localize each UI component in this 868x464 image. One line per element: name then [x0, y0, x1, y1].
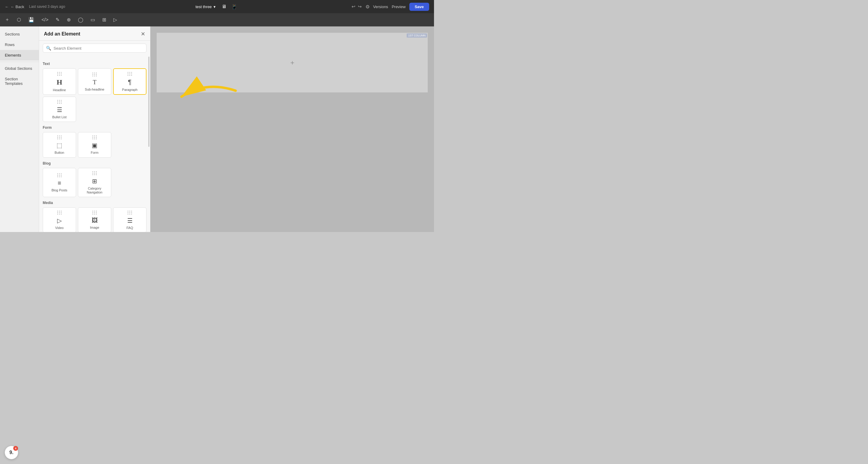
media-section-label: Media [43, 201, 147, 205]
bullet-list-element[interactable]: ☰ Bullet List [43, 96, 76, 122]
paragraph-element[interactable]: ¶ Paragraph [113, 68, 147, 95]
headline-label: Headline [53, 88, 66, 92]
back-label: ← Back [10, 4, 24, 9]
sub-headline-dots [92, 72, 97, 77]
bullet-list-icon: ☰ [57, 106, 62, 113]
sidebar-item-sections[interactable]: Sections [0, 29, 39, 39]
headline-element[interactable]: H Headline [43, 68, 76, 95]
media-elements-grid: ▷ Video 🖼 Image [43, 207, 147, 232]
form-icon: ▣ [92, 142, 97, 149]
text-section-label: Text [43, 62, 147, 66]
bullet-list-dots [57, 100, 62, 104]
form-section-label: Form [43, 125, 147, 130]
text-elements-grid: H Headline T Sub-headline [43, 68, 147, 122]
back-button[interactable]: ← ← Back [5, 4, 24, 9]
page-name: test three [195, 4, 212, 9]
sidebar: Sections Rows Elements Global Sections S… [0, 27, 39, 232]
media-icon[interactable]: ▷ [112, 16, 118, 24]
page-name-button[interactable]: test three ▾ [195, 4, 216, 9]
blog-posts-label: Blog Posts [52, 188, 67, 192]
add-row-button[interactable]: ＋ [289, 58, 296, 67]
image-element[interactable]: 🖼 Image [78, 207, 111, 232]
sidebar-divider [0, 62, 39, 62]
sub-headline-icon: T [93, 79, 96, 86]
panel-title: Add an Element [44, 31, 80, 37]
preview-button[interactable]: Preview [392, 4, 405, 9]
canvas-inner: ＋ 1ST COLUMN [156, 32, 428, 93]
sidebar-item-elements[interactable]: Elements [0, 50, 39, 60]
layers-icon[interactable]: ⬡ [16, 16, 22, 24]
panel-scrollbar[interactable] [148, 57, 150, 147]
sub-headline-element[interactable]: T Sub-headline [78, 68, 111, 95]
elements-content: Text H Headline [39, 56, 150, 232]
desktop-icon[interactable]: 🖥 [220, 3, 228, 11]
form-label: Form [91, 151, 99, 155]
button-element[interactable]: ⬚ Button [43, 132, 76, 157]
blog-posts-dots [57, 173, 62, 177]
blog-elements-grid: ≡ Blog Posts ⊞ CategoryNavigation [43, 168, 147, 197]
layout-icon[interactable]: ▭ [89, 16, 96, 24]
chevron-down-icon: ▾ [214, 4, 216, 9]
sidebar-item-rows[interactable]: Rows [0, 39, 39, 50]
search-input[interactable] [54, 46, 143, 51]
image-label: Image [90, 226, 99, 230]
grid-icon[interactable]: ⊞ [101, 16, 107, 24]
form-elements-grid: ⬚ Button ▣ Form [43, 132, 147, 157]
form-element[interactable]: ▣ Form [78, 132, 111, 157]
category-nav-icon: ⊞ [92, 177, 97, 185]
panel-header: Add an Element ✕ [39, 27, 150, 40]
button-icon: ⬚ [57, 142, 62, 149]
sidebar-item-section-templates[interactable]: Section Templates [0, 74, 39, 89]
video-dots [57, 211, 62, 214]
mobile-icon[interactable]: 📱 [230, 3, 239, 11]
blog-posts-element[interactable]: ≡ Blog Posts [43, 168, 76, 197]
image-icon: 🖼 [92, 217, 98, 224]
headline-dots [57, 72, 62, 76]
settings-icon[interactable]: ⚙ [365, 4, 370, 10]
image-dots [92, 211, 97, 214]
video-element[interactable]: ▷ Video [43, 207, 76, 232]
bullet-list-label: Bullet List [52, 115, 67, 119]
edit-icon[interactable]: ✎ [55, 16, 61, 24]
faq-dots [127, 211, 132, 214]
saved-text: Last saved 3 days ago [29, 4, 65, 9]
device-icons: 🖥 📱 [220, 3, 239, 11]
main-layout: Sections Rows Elements Global Sections S… [0, 27, 434, 232]
faq-label: FAQ [126, 226, 133, 230]
top-bar: ← ← Back Last saved 3 days ago test thre… [0, 0, 434, 13]
versions-button[interactable]: Versions [373, 4, 388, 9]
sub-headline-label: Sub-headline [85, 88, 104, 91]
search-icon: 🔍 [46, 46, 51, 51]
blog-posts-icon: ≡ [58, 180, 61, 186]
headline-icon: H [57, 78, 62, 86]
redo-button[interactable]: ↪ [358, 4, 362, 9]
element-panel: Add an Element ✕ 🔍 Text H Headline [39, 27, 150, 232]
shape-icon[interactable]: ◯ [77, 16, 85, 24]
top-bar-right: ↩ ↪ ⚙ Versions Preview Save [351, 3, 430, 11]
form-dots [92, 136, 97, 139]
top-bar-center: test three ▾ 🖥 📱 [195, 3, 239, 11]
button-label: Button [55, 151, 64, 155]
add-element-icon[interactable]: ＋ [4, 16, 11, 24]
blog-section-label: Blog [43, 161, 147, 166]
faq-icon: ☰ [127, 217, 133, 224]
column-label: 1ST COLUMN [407, 33, 427, 38]
save-button[interactable]: Save [409, 3, 429, 11]
code-icon[interactable]: </> [40, 16, 50, 24]
back-arrow-icon: ← [5, 4, 9, 9]
faq-element[interactable]: ☰ FAQ [113, 207, 147, 232]
video-label: Video [55, 226, 64, 230]
sidebar-item-global-sections[interactable]: Global Sections [0, 63, 39, 74]
video-icon: ▷ [57, 217, 62, 224]
widget-icon[interactable]: ⊕ [66, 16, 72, 24]
paragraph-dots [127, 72, 132, 76]
search-box: 🔍 [43, 44, 147, 53]
paragraph-label: Paragraph [122, 88, 137, 92]
category-nav-dots [92, 171, 97, 175]
button-dots [57, 136, 62, 139]
undo-button[interactable]: ↩ [351, 4, 355, 9]
category-navigation-element[interactable]: ⊞ CategoryNavigation [78, 168, 111, 197]
category-nav-label: CategoryNavigation [87, 186, 102, 194]
panel-close-button[interactable]: ✕ [141, 31, 145, 37]
save-icon[interactable]: 💾 [27, 16, 35, 24]
